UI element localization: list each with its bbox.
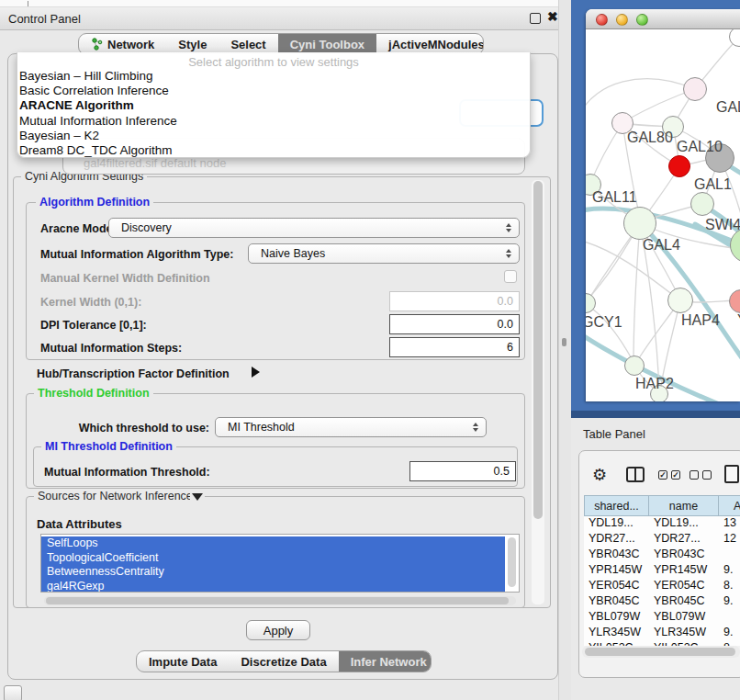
control-panel-titlebar: Control Panel [0,7,571,30]
node-hap2[interactable] [624,356,645,376]
network-window-titlebar[interactable] [586,9,740,29]
mi-steps-input[interactable]: 6 [389,337,520,357]
tab-cyni-toolbox[interactable]: Cyni Toolbox [278,34,376,54]
tab-discretize-data[interactable]: Discretize Data [229,651,338,672]
algorithm-popup-placeholder: Select algorithm to view settings [17,55,530,69]
control-panel-title: Control Panel [8,12,81,26]
kernel-width-label: Kernel Width (0,1): [40,296,141,309]
network-window: GAL GAL80 GAL10 GAL11 GAL1 SWI4 GAL4 GCY… [586,9,740,401]
kernel-width-input[interactable]: 0.0 [389,291,520,311]
combo-spinner-icon [473,423,478,432]
data-attributes-list[interactable]: SelfLoops TopologicalCoefficient Between… [40,534,520,593]
tab-select[interactable]: Select [219,34,277,54]
dpi-tolerance-input[interactable]: 0.0 [389,314,520,334]
mi-algorithm-type-label: Mutual Information Algorithm Type: [40,248,233,261]
node-gal4[interactable] [623,207,656,240]
close-icon[interactable]: ✖ [547,9,558,24]
table-row[interactable]: YDL19...YDL19...13 [584,516,740,532]
mi-threshold-definition-title: MI Threshold Definition [41,440,176,453]
mi-threshold-label: Mutual Information Threshold: [44,466,210,479]
settings-scrollbar-thumb[interactable] [533,181,543,519]
table-row[interactable]: YER054CYER054C8. [584,579,740,594]
table-row[interactable]: YPR145WYPR145W9. [584,563,740,579]
which-threshold-label: Which threshold to use: [78,422,209,435]
node-gal-pink[interactable] [683,77,707,101]
node-label: GAL10 [677,139,723,155]
list-item-selected[interactable]: BetweennessCentrality [41,565,505,580]
node-gal1-red[interactable] [668,155,690,177]
tab-network[interactable]: Network [79,34,166,54]
new-table-icon[interactable] [724,465,739,483]
tab-jactivemnodules[interactable]: jActiveMNodules [376,34,484,54]
hub-definition-label[interactable]: Hub/Transcription Factor Definition [37,367,230,380]
node-swi4[interactable] [690,192,714,216]
mi-steps-label: Mutual Information Steps: [40,342,182,355]
which-threshold-combobox[interactable]: MI Threshold [215,417,487,437]
list-scrollbar-thumb[interactable] [508,537,516,587]
expand-arrow-icon[interactable] [252,367,260,378]
table-row[interactable]: YBR045CYBR045C9. [584,594,740,610]
node-label: HAP4 [681,312,720,329]
sources-title: Sources for Network Inference [34,490,196,502]
minimize-traffic-light-icon[interactable] [616,14,628,26]
algorithm-option-selected[interactable]: ARACNE Algorithm [17,98,530,113]
gear-icon[interactable]: ⚙ [592,465,607,485]
panel-splitter[interactable] [558,0,571,700]
deselect-all-checkbox-icon[interactable] [690,470,699,480]
table-hscrollbar-thumb[interactable] [585,648,735,656]
apply-button[interactable]: Apply [246,620,310,640]
combo-spinner-icon [506,223,511,232]
mi-algorithm-type-combobox[interactable]: Naive Bayes [248,243,520,264]
node-label: HAP2 [635,376,674,392]
aracne-mode-combobox[interactable]: Discovery [108,218,520,238]
deselect-all-checkbox-icon[interactable] [702,470,712,480]
node-label: GAL11 [592,189,637,206]
top-strip [0,0,571,7]
dpi-tolerance-label: DPI Tolerance [0,1]: [40,319,147,332]
table-panel-title: Table Panel [583,427,645,441]
tab-infer-network[interactable]: Infer Network [339,651,432,672]
float-window-icon[interactable] [530,13,541,24]
algorithm-option[interactable]: Dream8 DC_TDC Algorithm [17,143,530,158]
collapse-arrow-icon[interactable] [190,491,205,503]
tab-style[interactable]: Style [166,34,219,54]
column-header-clipped[interactable]: A [718,495,740,516]
mi-threshold-input[interactable]: 0.5 [409,461,516,481]
threshold-definition-title: Threshold Definition [34,387,153,400]
node-label: GAL4 [643,237,680,254]
node-label: GAL [716,99,740,116]
list-item-selected[interactable]: SelfLoops [41,536,505,551]
bottom-tabbar: Impute Data Discretize Data Infer Networ… [136,650,432,672]
column-header-shared[interactable]: shared... [584,495,649,516]
select-all-checkbox-icon[interactable]: ✓ [658,470,667,480]
table-row[interactable]: YBL079WYBL079W [584,610,740,626]
node-hap4[interactable] [667,288,693,313]
table-body[interactable]: YDL19...YDL19...13 YDR27...YDR27...12 YB… [584,516,740,646]
table-row[interactable]: YDR27...YDR27...12 [584,532,740,548]
algorithm-option[interactable]: Bayesian – K2 [17,129,530,143]
algorithm-option[interactable]: Mutual Information Inference [17,114,530,129]
table-row[interactable]: YBR043CYBR043C [584,548,740,563]
list-item-selected[interactable]: TopologicalCoefficient [41,551,505,566]
algorithm-option[interactable]: Basic Correlation Inference [17,84,530,98]
algorithm-definition-title: Algorithm Definition [36,196,153,209]
node-label: GAL1 [694,176,732,193]
zoom-traffic-light-icon[interactable] [636,14,648,26]
algorithm-option[interactable]: Bayesian – Hill Climbing [17,69,530,84]
node-label: GCY1 [586,314,622,331]
node-label: GAL80 [627,130,673,146]
close-traffic-light-icon[interactable] [596,14,608,26]
combo-spinner-icon [506,249,511,258]
column-header-name[interactable]: name [648,495,719,516]
list-item-selected[interactable]: gal4RGexp [41,580,505,593]
table-row[interactable]: YLR345WYLR345W9. [584,626,740,641]
network-tab-icon [91,38,103,51]
panel-corner-button[interactable] [4,685,22,700]
splitter-handle-icon[interactable] [562,338,566,346]
manual-kernel-width-checkbox[interactable] [504,270,517,283]
columns-icon[interactable] [626,467,645,482]
tab-impute-data[interactable]: Impute Data [137,651,229,672]
select-all-checkbox-icon[interactable]: ✓ [671,470,680,480]
list-hscrollbar-thumb[interactable] [46,597,509,604]
network-canvas[interactable]: GAL GAL80 GAL10 GAL11 GAL1 SWI4 GAL4 GCY… [586,29,740,401]
